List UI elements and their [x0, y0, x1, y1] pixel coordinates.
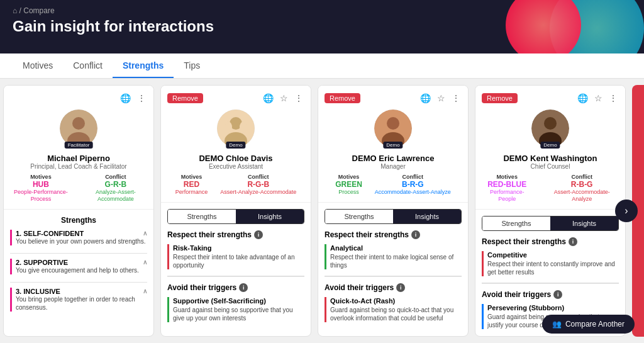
respect-title-eric: Respect their strengths i: [325, 230, 462, 239]
svg-point-7: [240, 121, 247, 133]
person-name-chloe: DEMO Chloe Davis: [167, 154, 304, 163]
motives-sub-kent: Performance-People: [482, 189, 532, 203]
compare-another-button[interactable]: 👥 Compare Another: [542, 315, 635, 334]
star-icon-eric[interactable]: ☆: [436, 92, 447, 104]
conflict-sub-kent: Assert-Accommodate-Analyze: [545, 189, 619, 203]
respect-title-kent: Respect their strengths i: [482, 237, 619, 246]
card-tab-strengths-chloe[interactable]: Strengths: [168, 210, 236, 223]
person-role-chloe: Executive Assistant: [167, 163, 304, 170]
tab-conflict[interactable]: Conflict: [63, 54, 113, 78]
card-tabs-kent: Strengths Insights: [482, 216, 619, 231]
conflict-value-chloe: R-G-B: [220, 180, 296, 189]
strength-title: 2. SUPPORTIVE ∧: [16, 259, 147, 266]
tab-tips[interactable]: Tips: [174, 54, 210, 78]
star-icon-kent[interactable]: ☆: [593, 92, 604, 104]
strength-item: 3. INCLUSIVE ∧ You bring people together…: [10, 288, 147, 312]
strength-desc: You believe in your own powers and stren…: [16, 237, 147, 245]
info-icon-eric[interactable]: i: [411, 230, 420, 239]
person-role-kent: Chief Counsel: [482, 163, 619, 170]
info-icon[interactable]: i: [254, 230, 263, 239]
card-header-kent: Remove 🌐 ☆ ⋮ Demo DEMO Kent Was: [475, 86, 625, 210]
motives-conflict-eric: Motives GREEN Process Conflict B-R-G Acc…: [325, 174, 462, 196]
conflict-value-eric: B-R-G: [375, 180, 451, 189]
card-tab-strengths-kent[interactable]: Strengths: [482, 216, 550, 230]
globe-icon-eric[interactable]: 🌐: [419, 92, 432, 104]
card-header-facilitator: 🌐 ⋮ Facilitator Michael Piperno Principa…: [4, 86, 153, 210]
insight-name-kent: Competitive: [487, 251, 619, 259]
home-icon[interactable]: ⌂: [13, 6, 17, 15]
strength-item: 1. SELF-CONFIDENT ∧ You believe in your …: [10, 230, 147, 245]
conflict-value: G-R-B: [84, 180, 147, 189]
demo-badge-eric: Demo: [383, 142, 402, 149]
card-tab-strengths-eric[interactable]: Strengths: [325, 210, 393, 223]
star-icon-chloe[interactable]: ☆: [279, 92, 289, 104]
info-icon-avoid-kent[interactable]: i: [553, 290, 562, 299]
svg-point-1: [72, 117, 85, 130]
insight-item-chloe: Risk-Taking Respect their intent to take…: [167, 244, 304, 269]
svg-point-6: [225, 121, 232, 133]
strength-desc: You bring people together in order to re…: [16, 295, 147, 312]
conflict-sub-eric: Accommodate-Assert-Analyze: [375, 189, 451, 196]
remove-button-chloe[interactable]: Remove: [167, 93, 203, 103]
person-name-eric: DEMO Eric Lawrence: [325, 154, 462, 163]
card-body-chloe: Strengths Insights Respect their strengt…: [161, 203, 311, 337]
card-kent: Remove 🌐 ☆ ⋮ Demo DEMO Kent Was: [475, 85, 626, 337]
person-name-kent: DEMO Kent Washington: [482, 154, 619, 163]
more-icon-eric[interactable]: ⋮: [450, 92, 462, 104]
strength-desc: You give encouragement and help to other…: [16, 266, 147, 274]
strength-title: 1. SELF-CONFIDENT ∧: [16, 230, 147, 237]
trigger-desc-eric: Guard against being so quick-to-act that…: [330, 306, 462, 322]
insight-name-eric: Analytical: [330, 244, 462, 252]
person-name-facilitator: Michael Piperno: [10, 154, 147, 163]
card-tab-insights-kent[interactable]: Insights: [550, 216, 618, 230]
motives-value: HUB: [10, 180, 72, 189]
globe-icon[interactable]: 🌐: [119, 92, 132, 104]
motives-conflict-facilitator: Motives HUB People-Performance-Process C…: [10, 174, 147, 203]
svg-point-9: [387, 117, 399, 130]
motives-value-kent: RED-BLUE: [482, 180, 532, 189]
chevron-right-button[interactable]: ›: [615, 200, 638, 222]
strength-title: 3. INCLUSIVE ∧: [16, 288, 147, 295]
tab-strengths[interactable]: Strengths: [113, 54, 174, 78]
more-icon[interactable]: ⋮: [136, 92, 147, 104]
info-icon-kent[interactable]: i: [569, 237, 577, 246]
insight-item-kent: Competitive Respect their intent to cons…: [482, 251, 619, 276]
tab-motives[interactable]: Motives: [13, 54, 63, 78]
card-tab-insights-eric[interactable]: Insights: [393, 210, 461, 223]
avatar-container-kent: Demo: [531, 110, 569, 147]
trigger-name-eric: Quick-to-Act (Rash): [330, 297, 462, 305]
info-icon-avoid[interactable]: i: [239, 283, 248, 292]
motives-conflict-chloe: Motives RED Performance Conflict R-G-B A…: [167, 174, 304, 196]
motives-value-chloe: RED: [175, 180, 208, 189]
main-content: 🌐 ⋮ Facilitator Michael Piperno Principa…: [0, 79, 644, 343]
more-icon-kent[interactable]: ⋮: [608, 92, 619, 104]
globe-icon-chloe[interactable]: 🌐: [262, 92, 275, 104]
cards-container: 🌐 ⋮ Facilitator Michael Piperno Principa…: [0, 79, 644, 343]
card-facilitator: 🌐 ⋮ Facilitator Michael Piperno Principa…: [3, 85, 154, 337]
compare-icon: 👥: [552, 320, 562, 329]
globe-icon-kent[interactable]: 🌐: [576, 92, 589, 104]
card-header-eric: Remove 🌐 ☆ ⋮ Demo DEMO Eric Law: [318, 86, 468, 203]
card-chloe: Remove 🌐 ☆ ⋮ Demo: [160, 85, 311, 337]
conflict-sub-chloe: Assert-Analyze-Accommodate: [220, 189, 296, 196]
motives-sub-chloe: Performance: [175, 189, 208, 196]
motives-sub-eric: Process: [335, 189, 362, 196]
remove-button-kent[interactable]: Remove: [482, 93, 518, 103]
demo-badge-kent: Demo: [540, 142, 560, 149]
more-icon-chloe[interactable]: ⋮: [293, 92, 304, 104]
card-body-eric: Strengths Insights Respect their strengt…: [318, 203, 468, 337]
card-tab-insights-chloe[interactable]: Insights: [236, 210, 304, 223]
insight-trigger-eric: Quick-to-Act (Rash) Guard against being …: [325, 297, 462, 322]
facilitator-badge: Facilitator: [65, 142, 93, 149]
motives-sub: People-Performance-Process: [10, 189, 72, 203]
insight-name-chloe: Risk-Taking: [173, 244, 304, 252]
remove-button-eric[interactable]: Remove: [325, 93, 360, 103]
card-body-facilitator: Strengths 1. SELF-CONFIDENT ∧ You believ…: [4, 210, 153, 337]
avoid-title-kent: Avoid their triggers i: [482, 290, 619, 299]
trigger-name-chloe: Supportive (Self-Sacrificing): [173, 297, 304, 305]
info-icon-avoid-eric[interactable]: i: [396, 283, 405, 292]
card-header-chloe: Remove 🌐 ☆ ⋮ Demo: [161, 86, 311, 203]
card-eric: Remove 🌐 ☆ ⋮ Demo DEMO Eric Law: [318, 85, 469, 337]
insight-trigger-chloe: Supportive (Self-Sacrificing) Guard agai…: [167, 297, 304, 322]
motives-conflict-kent: Motives RED-BLUE Performance-People Conf…: [482, 174, 619, 203]
